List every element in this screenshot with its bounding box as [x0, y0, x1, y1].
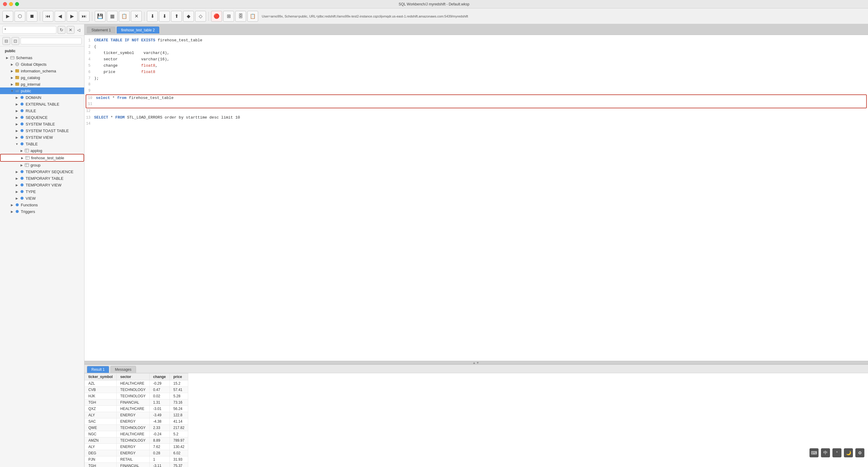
filter2-icon[interactable]: ⊡	[11, 37, 19, 45]
cancel-button[interactable]: ✕	[131, 11, 142, 22]
table-label: TABLE	[26, 142, 38, 146]
sequence-chevron: ▶	[14, 116, 19, 119]
table-cell: 0.28	[149, 450, 169, 457]
db-button[interactable]: 🗄	[235, 11, 246, 22]
line-content-7: );	[94, 75, 866, 82]
grid-button[interactable]: ▦	[107, 11, 118, 22]
type-label: TYPE	[26, 189, 36, 194]
system-view-chevron: ▶	[14, 136, 19, 139]
table-row: AMZNTECHNOLOGY8.89789.97	[85, 437, 188, 444]
sidebar-item-system-table[interactable]: ▶ SYSTEM TABLE	[0, 121, 84, 127]
collapse-sidebar-button[interactable]: ◁	[76, 27, 82, 33]
firehose-label: firehose_test_table	[31, 156, 64, 160]
close-button[interactable]	[3, 2, 7, 6]
first-button[interactable]: ⏮	[42, 11, 53, 22]
editor-line-3: 3 ticker_symbol varchar(4),	[85, 50, 868, 56]
line-content-4: sector varchar(16),	[94, 56, 866, 63]
sidebar-item-table[interactable]: ▼ TABLE	[0, 141, 84, 147]
clear-search-button[interactable]: ✕	[67, 26, 74, 34]
connection-button[interactable]: 🔴	[211, 11, 222, 22]
chinese-icon[interactable]: 中	[821, 448, 830, 457]
sidebar-item-group[interactable]: ▶ group	[0, 162, 84, 168]
refresh-button[interactable]: ↻	[58, 26, 65, 34]
sidebar-item-temporary-view[interactable]: ▶ TEMPORARY VIEW	[0, 182, 84, 188]
sidebar-item-external-table[interactable]: ▶ EXTERNAL TABLE	[0, 101, 84, 107]
sidebar-item-domain[interactable]: ▶ DOMAIN	[0, 94, 84, 101]
search-input[interactable]	[2, 26, 56, 34]
settings-icon[interactable]: ⚙	[855, 448, 864, 457]
filter-icon[interactable]: ⊟	[2, 37, 10, 45]
export-button[interactable]: 📋	[119, 11, 130, 22]
table-cell: TECHNOLOGY	[116, 425, 149, 431]
editor-line-8: 8	[85, 82, 868, 88]
moon-icon[interactable]: 🌙	[844, 448, 853, 457]
grid2-button[interactable]: ⊞	[223, 11, 234, 22]
col-header-ticker-symbol[interactable]: ticker_symbol	[85, 373, 117, 380]
functions-label: Functions	[21, 203, 38, 207]
history-button[interactable]: 📋	[247, 11, 258, 22]
separator-4	[208, 12, 209, 21]
commit-button[interactable]: ◆	[183, 11, 194, 22]
sidebar-item-schemas[interactable]: ▶ Schemas	[0, 54, 84, 61]
tab-statement-1[interactable]: Statement 1	[87, 27, 116, 33]
sidebar-item-pg-catalog[interactable]: ▶ pg_catalog	[0, 74, 84, 81]
import-button[interactable]: ⬆	[171, 11, 182, 22]
line-content-5: change float8,	[94, 63, 866, 69]
filter-input[interactable]	[21, 38, 82, 44]
sidebar-item-system-view[interactable]: ▶ SYSTEM VIEW	[0, 134, 84, 141]
sidebar-item-applog[interactable]: ▶ applog	[0, 147, 84, 154]
next-button[interactable]: ▶	[67, 11, 78, 22]
line-number-4: 4	[85, 57, 94, 62]
results-table-container[interactable]: ticker_symbol sector change price AZLHEA…	[85, 373, 868, 467]
filter-button[interactable]: ⬇	[147, 11, 158, 22]
separator-2	[92, 12, 92, 21]
sidebar: ↻ ✕ ◁ ⊟ ⊡ public ▶ Schemas ▶	[0, 24, 85, 467]
table-cell: 1	[149, 457, 169, 463]
sidebar-item-functions[interactable]: ▶ Functions	[0, 201, 84, 208]
sidebar-item-rule[interactable]: ▶ RULE	[0, 107, 84, 114]
line-number-2: 2	[85, 44, 94, 50]
line-number-1: 1	[85, 38, 94, 43]
sidebar-item-system-toast-table[interactable]: ▶ SYSTEM TOAST TABLE	[0, 127, 84, 134]
maximize-button[interactable]	[15, 2, 19, 6]
col-header-change[interactable]: change	[149, 373, 169, 380]
svg-rect-11	[16, 89, 17, 90]
prev-button[interactable]: ◀	[55, 11, 65, 22]
sidebar-item-sequence[interactable]: ▶ SEQUENCE	[0, 114, 84, 121]
filter2-button[interactable]: ⬇	[159, 11, 170, 22]
editor-content[interactable]: 1 CREATE TABLE IF NOT EXISTS firehose_te…	[85, 35, 868, 361]
tab-firehose-test-table-2[interactable]: firehose_test_table 2	[117, 27, 159, 33]
table-cell: -4.38	[149, 418, 169, 425]
save-button[interactable]: 💾	[95, 11, 105, 22]
degree-icon[interactable]: °	[832, 448, 841, 457]
sidebar-item-public[interactable]: ▼ public	[0, 88, 84, 94]
rollback-button[interactable]: ◇	[195, 11, 206, 22]
sidebar-item-global-objects[interactable]: ▶ Global Objects	[0, 61, 84, 68]
temp-table-icon	[19, 176, 25, 181]
sidebar-item-pg-internal[interactable]: ▶ pg_internal	[0, 81, 84, 88]
tab-messages[interactable]: Messages	[111, 366, 136, 373]
connection-info: User=arno99x, Schema=public, URL=jdbc:re…	[262, 14, 866, 18]
external-table-chevron: ▶	[14, 102, 19, 106]
run-current-button[interactable]: ⬡	[14, 11, 25, 22]
minimize-button[interactable]	[9, 2, 13, 6]
table-row: HJKTECHNOLOGY0.025.28	[85, 393, 188, 399]
table-cell: RETAIL	[116, 457, 149, 463]
last-button[interactable]: ⏭	[79, 11, 90, 22]
sidebar-item-type[interactable]: ▶ TYPE	[0, 188, 84, 195]
sidebar-item-temporary-sequence[interactable]: ▶ TEMPORARY SEQUENCE	[0, 168, 84, 175]
table-cell: TGH	[85, 399, 117, 406]
keyboard-icon[interactable]: ⌨	[809, 448, 818, 457]
run-button[interactable]: ▶	[2, 11, 13, 22]
sidebar-item-triggers[interactable]: ▶ Triggers	[0, 208, 84, 215]
col-header-sector[interactable]: sector	[116, 373, 149, 380]
splitter-handle[interactable]: ▲▼	[85, 361, 868, 365]
sidebar-item-firehose-test-table[interactable]: ▶ firehose_test_table	[0, 154, 84, 162]
sidebar-item-information-schema[interactable]: ▶ information_schema	[0, 68, 84, 74]
system-table-chevron: ▶	[14, 123, 19, 126]
tab-result-1[interactable]: Result 1	[87, 366, 109, 373]
sidebar-item-temporary-table[interactable]: ▶ TEMPORARY TABLE	[0, 175, 84, 182]
col-header-price[interactable]: price	[169, 373, 188, 380]
stop-button[interactable]: ⏹	[27, 11, 37, 22]
sidebar-item-view[interactable]: ▶ VIEW	[0, 195, 84, 201]
